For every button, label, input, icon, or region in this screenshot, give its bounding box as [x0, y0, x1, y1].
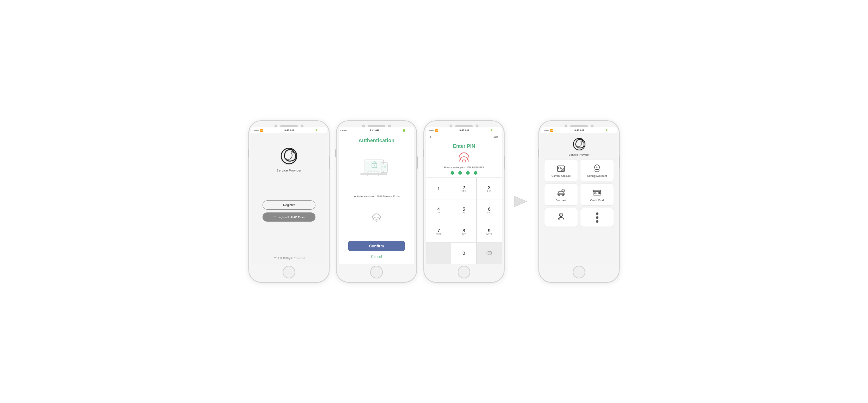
- pin-exit-button[interactable]: Exit: [494, 135, 498, 138]
- key-5[interactable]: 5 JKL: [451, 199, 476, 221]
- pin-back-button[interactable]: ‹: [430, 134, 431, 139]
- pin-hint: Please enter your UAE PASS PIN: [426, 166, 502, 169]
- time-4: 9:41 AM: [574, 129, 584, 132]
- key-9[interactable]: 9 WXYZ: [477, 221, 502, 243]
- copyright-text: 2019 @ All Rights Reserved: [273, 257, 305, 259]
- dashboard-screen: Carrier 📶 9:41 AM 🔋 Service Provider: [541, 127, 617, 264]
- camera-1b: [301, 125, 303, 127]
- time-2: 9:41 AM: [370, 129, 379, 132]
- pin-dots: [426, 171, 502, 175]
- speaker-4: [570, 125, 588, 127]
- phone-auth: Carrier 9:41 AM 🔋 Authentication: [336, 120, 417, 283]
- svg-point-5: [374, 165, 375, 166]
- login-screen: Carrier 📶 9:41 AM 🔋 Ser: [251, 127, 327, 264]
- svg-text:$: $: [562, 190, 563, 192]
- key-4[interactable]: 4 GHI: [426, 199, 451, 221]
- phone-login: Carrier 📶 9:41 AM 🔋 Ser: [248, 120, 330, 283]
- phone-top-2: [337, 121, 416, 127]
- home-button-3[interactable]: [458, 266, 470, 278]
- key-1[interactable]: 1: [426, 178, 451, 199]
- auth-subtitle: Login request from Self-Service Portal: [352, 195, 400, 198]
- backspace-icon: ⌫: [486, 251, 492, 255]
- svg-rect-3: [361, 173, 387, 175]
- home-button-2[interactable]: [370, 266, 383, 278]
- phone-top-4: [539, 121, 619, 127]
- auth-title: Authentication: [358, 138, 394, 143]
- more-dots-item[interactable]: [580, 208, 614, 227]
- svg-point-13: [464, 162, 464, 163]
- time-1: 9:41 AM: [284, 129, 294, 132]
- key-0[interactable]: 0: [451, 243, 476, 264]
- car-loan-item[interactable]: $ Car Loan: [544, 184, 578, 206]
- battery-icon-1: 🔋: [315, 129, 318, 132]
- camera-2b: [388, 125, 391, 127]
- speaker-1: [280, 125, 298, 127]
- dash-logo-label: Service Provider: [569, 153, 590, 156]
- svg-point-10: [384, 167, 385, 168]
- current-account-icon: $: [556, 163, 566, 173]
- dot-1: [596, 212, 598, 215]
- pin-fingerprint-area: [426, 152, 502, 164]
- status-left-4: Carrier 📶: [543, 129, 553, 132]
- cancel-button[interactable]: Cancel: [371, 255, 382, 259]
- camera-4b: [591, 125, 593, 127]
- more-service-icon: $: [556, 212, 566, 222]
- savings-account-item[interactable]: $ Savings Account: [580, 159, 614, 181]
- savings-account-label: Savings Account: [587, 174, 607, 178]
- status-right-4: 🔋: [605, 129, 608, 132]
- confirm-button[interactable]: Confirm: [348, 241, 405, 251]
- home-button-4[interactable]: [573, 266, 585, 278]
- phone-top-3: [424, 121, 504, 127]
- wifi-icon-3: 📶: [435, 129, 438, 132]
- key-empty: [426, 243, 451, 264]
- login-buttons: Register ☞ Login with UAE Pass: [263, 200, 315, 222]
- svg-text:$: $: [560, 214, 562, 216]
- service-provider-logo-4: [571, 136, 587, 152]
- carrier-1: Carrier: [253, 130, 259, 132]
- key-6[interactable]: 6 MNO: [477, 199, 502, 221]
- status-left-1: Carrier 📶: [253, 129, 263, 132]
- login-content: Service Provider Register ☞ Login with U…: [251, 133, 327, 264]
- savings-account-icon: $: [592, 163, 602, 173]
- current-account-item[interactable]: $ Current Account: [544, 159, 578, 181]
- status-bar-1: Carrier 📶 9:41 AM 🔋: [251, 128, 320, 133]
- auth-content: Authentication: [339, 133, 414, 264]
- svg-point-9: [382, 167, 384, 168]
- login-logo-area: Service Provider: [277, 145, 302, 172]
- dash-logo-area: Service Provider: [569, 136, 590, 156]
- svg-point-12: [376, 221, 377, 222]
- status-right-1: 🔋: [315, 129, 318, 132]
- dashboard-grid: $ Current Account $ Savings Account: [544, 159, 614, 227]
- key-backspace[interactable]: ⌫: [477, 243, 502, 264]
- carrier-3: Carrier: [428, 130, 434, 132]
- camera-3b: [476, 125, 478, 127]
- fingerprint-icon-small: ☞: [273, 215, 276, 219]
- key-3[interactable]: 3 DEF: [477, 178, 502, 199]
- current-account-label: Current Account: [551, 174, 571, 178]
- camera-3: [450, 125, 452, 127]
- key-7[interactable]: 7 PQRS: [426, 221, 451, 243]
- pin-nav: ‹ Exit: [426, 133, 502, 140]
- carrier-2: Carrier: [340, 130, 346, 132]
- register-button[interactable]: Register: [263, 200, 315, 210]
- service-provider-name-1: Service Provider: [277, 169, 302, 172]
- credit-card-item[interactable]: Credit Card: [580, 184, 614, 206]
- uae-pass-button[interactable]: ☞ Login with UAE Pass: [263, 212, 315, 222]
- scene: Carrier 📶 9:41 AM 🔋 Ser: [238, 110, 630, 293]
- phone-dashboard: Carrier 📶 9:41 AM 🔋 Service Provider: [538, 120, 620, 283]
- key-2[interactable]: 2 ABC: [451, 178, 476, 199]
- key-8[interactable]: 8 TUV: [451, 221, 476, 243]
- auth-bottom: Confirm Cancel: [348, 241, 405, 259]
- pin-dot-1: [451, 171, 454, 175]
- uae-pass-label: Login with UAE Pass: [278, 216, 305, 219]
- svg-text:$: $: [562, 168, 563, 170]
- home-button-1[interactable]: [283, 266, 295, 278]
- more-service-item[interactable]: $: [544, 208, 578, 227]
- carrier-4: Carrier: [543, 130, 549, 132]
- svg-rect-8: [383, 172, 386, 173]
- pin-keypad: 1 2 ABC 3 DEF 4 GHI: [426, 178, 502, 264]
- dashboard-content: Service Provider $ Current Account: [541, 133, 617, 264]
- dot-3: [596, 220, 598, 223]
- pin-title: Enter PIN: [426, 143, 502, 149]
- wifi-icon-4: 📶: [550, 129, 553, 132]
